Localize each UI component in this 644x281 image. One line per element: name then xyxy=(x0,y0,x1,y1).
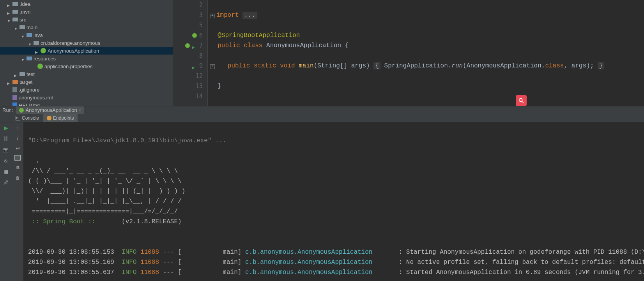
log-message: Starting AnonymousApplication on godofor… xyxy=(406,249,644,256)
package-icon xyxy=(34,41,39,45)
code-area[interactable]: +import ... @SpringBootApplication publi… xyxy=(208,0,644,106)
code-folded[interactable]: ... xyxy=(242,12,257,19)
editor-gutter: 2 3 5 6 7 8 9 12 13 14 xyxy=(173,0,208,106)
tree-label: HELP.md xyxy=(19,103,40,106)
down-stacktrace-button[interactable] xyxy=(14,135,21,141)
file-icon xyxy=(12,87,17,92)
log-sep: --- [ xyxy=(163,259,182,266)
line-number: 8 xyxy=(199,52,203,59)
tree-item-help[interactable]: HELP.md xyxy=(0,101,173,106)
tree-item-iml[interactable]: anonymous.iml xyxy=(0,94,173,101)
tab-console[interactable]: Console xyxy=(12,114,43,122)
spring-gutter-icon[interactable] xyxy=(185,43,190,48)
pause-button[interactable] xyxy=(3,136,9,142)
console-output[interactable]: "D:\Program Files\Java\jdk1.8.0_191\bin\… xyxy=(23,122,644,281)
project-tree[interactable]: .idea .mvn src main java cn.baldorange.a… xyxy=(0,0,173,106)
chevron-icon[interactable] xyxy=(7,10,11,14)
code-brace: { xyxy=(345,42,349,49)
rerun-button[interactable] xyxy=(3,125,9,131)
log-pid: 11088 xyxy=(140,259,159,266)
log-message: No active profile set, falling back to d… xyxy=(406,259,644,266)
dump-threads-button[interactable] xyxy=(3,147,9,153)
chevron-icon[interactable] xyxy=(21,33,25,37)
tree-label: java xyxy=(34,32,43,38)
exit-button[interactable] xyxy=(3,157,9,164)
run-tool-header: Run: AnonymousApplication × xyxy=(0,106,644,114)
folder-icon xyxy=(12,18,18,21)
tab-label: Endpoints xyxy=(53,115,74,121)
tree-item-src[interactable]: src xyxy=(0,16,173,23)
chevron-icon[interactable] xyxy=(14,25,18,29)
soft-wrap-button[interactable] xyxy=(14,145,21,151)
find-action-badge[interactable] xyxy=(516,95,527,106)
folder-icon xyxy=(12,2,18,6)
chevron-icon[interactable] xyxy=(7,18,11,21)
tree-item-idea[interactable]: .idea xyxy=(0,0,173,8)
code-editor[interactable]: 2 3 5 6 7 8 9 12 13 14 +import ... @Spri… xyxy=(173,0,644,106)
log-thread: main] xyxy=(182,249,242,256)
line-number: 2 xyxy=(199,2,203,9)
log-logger: c.b.anonymous.AnonymousApplication xyxy=(245,269,372,276)
tree-item-resources[interactable]: resources xyxy=(0,55,173,62)
tree-label: src xyxy=(19,17,26,23)
code-params: (String[] args) xyxy=(314,62,370,69)
tree-item-props[interactable]: application.properties xyxy=(0,62,173,70)
folder-icon xyxy=(12,10,18,14)
chevron-icon[interactable] xyxy=(21,57,25,60)
folder-icon xyxy=(19,72,25,76)
scroll-to-end-button[interactable] xyxy=(14,155,21,161)
console-tab-bar: Console Endpoints xyxy=(0,114,644,122)
tree-item-package[interactable]: cn.baldorange.anonymous xyxy=(0,39,173,47)
file-icon xyxy=(12,103,17,106)
chevron-icon[interactable] xyxy=(14,72,18,76)
code-call: SpringApplication. xyxy=(384,62,452,69)
tree-item-target[interactable]: target xyxy=(0,78,173,86)
code-method: main xyxy=(299,62,313,69)
log-pid: 11088 xyxy=(140,249,159,256)
code-folded[interactable]: { xyxy=(373,62,380,69)
line-number: 6 xyxy=(199,32,203,39)
log-sep: --- [ xyxy=(163,249,182,256)
log-sep: : xyxy=(372,249,406,256)
print-button[interactable] xyxy=(14,164,21,171)
spring-gutter-icon[interactable] xyxy=(192,33,197,38)
run-gutter-icon[interactable] xyxy=(192,43,197,48)
close-icon[interactable]: × xyxy=(79,108,81,113)
tree-item-java[interactable]: java xyxy=(0,31,173,39)
chevron-icon[interactable] xyxy=(7,80,11,84)
log-level: INFO xyxy=(122,269,136,276)
tree-item-test[interactable]: test xyxy=(0,70,173,78)
run-gutter-icon[interactable] xyxy=(192,64,197,68)
up-stacktrace-button[interactable] xyxy=(14,125,21,131)
code-keyword: import xyxy=(216,12,239,19)
banner-line: =========|_|==============|___/=/_/_/_/ xyxy=(28,208,178,215)
tree-item-mvn[interactable]: .mvn xyxy=(0,8,173,16)
tab-endpoints[interactable]: Endpoints xyxy=(43,114,78,122)
line-number: 7 xyxy=(199,42,203,49)
clear-all-button[interactable] xyxy=(14,175,21,181)
svg-point-0 xyxy=(519,99,522,102)
layout-button[interactable] xyxy=(3,168,9,175)
banner-line: ' |____| .__|_| |_|_| |_\__, | / / / / xyxy=(28,198,182,205)
log-level: INFO xyxy=(122,249,136,256)
line-number: 14 xyxy=(196,93,203,100)
code-folded[interactable]: } xyxy=(598,62,605,69)
chevron-icon[interactable] xyxy=(7,2,11,6)
chevron-icon[interactable] xyxy=(28,41,32,45)
tree-item-main[interactable]: main xyxy=(0,23,173,31)
tree-item-app[interactable]: AnonymousApplication xyxy=(0,47,173,55)
chevron-icon[interactable] xyxy=(35,49,39,53)
code-brace: } xyxy=(218,83,221,90)
banner-line: \\/ ___)| |_)| | | | | || (_| | ) ) ) ) xyxy=(28,188,185,195)
code-keyword: static xyxy=(254,62,276,69)
fold-icon[interactable]: + xyxy=(210,64,215,69)
code-method: run xyxy=(451,62,463,69)
spring-icon xyxy=(19,108,24,113)
pin-button[interactable] xyxy=(3,179,9,186)
banner-line: /\\ / ___'_ __ _ _(_)_ __ __ _ \ \ \ \ xyxy=(28,168,178,175)
tree-item-gitignore[interactable]: .gitignore xyxy=(0,86,173,94)
fold-icon[interactable]: + xyxy=(210,14,215,18)
run-config-tab[interactable]: AnonymousApplication × xyxy=(16,106,84,114)
code-keyword: class xyxy=(244,42,262,49)
run-tab-label: AnonymousApplication xyxy=(25,107,77,113)
